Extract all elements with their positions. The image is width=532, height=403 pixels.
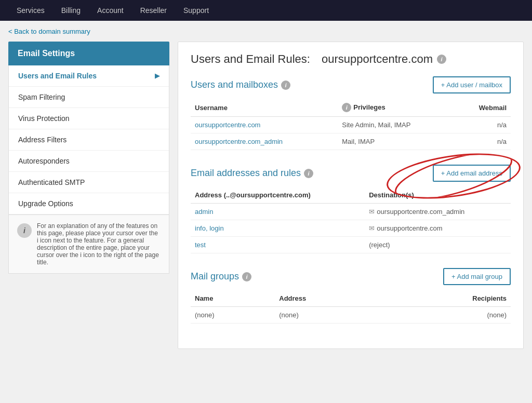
email-rules-section: Email addresses and rules i + Add email … — [191, 165, 511, 253]
info-icon: i — [17, 223, 32, 238]
col-username: Username — [191, 100, 338, 117]
user-link[interactable]: oursupportcentre.com — [195, 121, 260, 129]
user-webmail: n/a — [456, 133, 511, 150]
page-title-domain: oursupportcentre.com — [322, 52, 433, 66]
mail-groups-table: Name Address Recipients (none) (none) (n… — [191, 291, 511, 324]
sidebar-item-virus-protection[interactable]: Virus Protection — [9, 108, 169, 129]
users-mailboxes-title: Users and mailboxes i — [191, 79, 290, 90]
table-row: test (reject) — [191, 237, 511, 253]
mail-groups-title: Mail groups i — [191, 271, 251, 282]
col-privileges: iPrivileges — [338, 100, 456, 117]
nav-support[interactable]: Support — [175, 0, 217, 21]
page-title-prefix: Users and Email Rules: — [191, 52, 310, 66]
email-rules-header: Email addresses and rules i + Add email … — [191, 165, 511, 182]
mail-groups-info-icon[interactable]: i — [242, 272, 251, 281]
col-recipients: Recipients — [382, 291, 511, 307]
email-rule-destination: oursupportcentre.com_admin — [365, 204, 511, 220]
table-row: oursupportcentre.com Site Admin, Mail, I… — [191, 117, 511, 133]
sidebar-menu: Users and Email Rules ▶ Spam Filtering V… — [8, 65, 169, 215]
sidebar-item-label: Address Filters — [18, 136, 66, 144]
sidebar-info: i For an explanation of any of the featu… — [8, 215, 169, 274]
page-title: Users and Email Rules: oursupportcentre.… — [191, 52, 511, 66]
sidebar-item-upgrade-options[interactable]: Upgrade Options — [9, 193, 169, 214]
email-rules-table: Address (..@oursupportcentre.com) Destin… — [191, 188, 511, 253]
user-privileges: Site Admin, Mail, IMAP — [338, 117, 456, 133]
sidebar-item-label: Spam Filtering — [18, 93, 65, 101]
sidebar-title: Email Settings — [8, 42, 169, 65]
mail-icon: oursupportcentre.com — [369, 224, 442, 232]
sidebar-item-label: Authenticated SMTP — [18, 178, 85, 186]
table-row: admin oursupportcentre.com_admin — [191, 204, 511, 220]
email-rule-link[interactable]: info, login — [195, 224, 224, 232]
group-name: (none) — [191, 307, 275, 324]
sidebar-item-label: Autoresponders — [18, 157, 70, 165]
sidebar-item-label: Upgrade Options — [18, 199, 73, 208]
email-rules-title: Email addresses and rules i — [191, 168, 313, 179]
nav-services[interactable]: Services — [8, 0, 53, 21]
email-rule-link[interactable]: test — [195, 241, 206, 249]
nav-reseller[interactable]: Reseller — [132, 0, 175, 21]
user-privileges: Mail, IMAP — [338, 133, 456, 150]
email-rule-destination: (reject) — [365, 237, 511, 253]
table-row: info, login oursupportcentre.com — [191, 220, 511, 237]
sidebar-item-label: Users and Email Rules — [18, 72, 97, 80]
table-row: (none) (none) (none) — [191, 307, 511, 324]
group-address: (none) — [275, 307, 382, 324]
col-webmail: Webmail — [456, 100, 511, 117]
privileges-info-icon[interactable]: i — [342, 103, 351, 112]
sidebar-item-address-filters[interactable]: Address Filters — [9, 129, 169, 151]
sidebar-item-spam-filtering[interactable]: Spam Filtering — [9, 87, 169, 108]
user-webmail: n/a — [456, 117, 511, 133]
add-email-wrapper: + Add email address — [433, 165, 511, 182]
mail-groups-section: Mail groups i + Add mail group Name Addr… — [191, 268, 511, 324]
page-title-info-icon[interactable]: i — [437, 55, 446, 64]
mail-groups-header: Mail groups i + Add mail group — [191, 268, 511, 285]
col-destination: Destination(s) — [365, 188, 511, 204]
nav-billing[interactable]: Billing — [53, 0, 89, 21]
top-navigation: Services Billing Account Reseller Suppor… — [0, 0, 532, 21]
arrow-icon: ▶ — [155, 72, 159, 79]
table-row: oursupportcentre.com_admin Mail, IMAP n/… — [191, 133, 511, 150]
sidebar: Email Settings Users and Email Rules ▶ S… — [8, 42, 169, 274]
email-rules-info-icon[interactable]: i — [304, 169, 313, 178]
back-link[interactable]: < Back to domain summary — [8, 28, 90, 35]
col-address: Address (..@oursupportcentre.com) — [191, 188, 365, 204]
sidebar-item-authenticated-smtp[interactable]: Authenticated SMTP — [9, 172, 169, 193]
add-email-address-button[interactable]: + Add email address — [433, 165, 511, 182]
users-mailboxes-section: Users and mailboxes i + Add user / mailb… — [191, 76, 511, 150]
add-user-mailbox-button[interactable]: + Add user / mailbox — [433, 76, 511, 93]
sidebar-info-text: For an explanation of any of the feature… — [37, 222, 161, 266]
users-mailboxes-info-icon[interactable]: i — [281, 80, 290, 90]
col-name: Name — [191, 291, 275, 307]
users-mailboxes-table: Username iPrivileges Webmail oursupportc… — [191, 100, 511, 150]
user-link[interactable]: oursupportcentre.com_admin — [195, 138, 283, 145]
col-address: Address — [275, 291, 382, 307]
users-mailboxes-header: Users and mailboxes i + Add user / mailb… — [191, 76, 511, 93]
mail-icon: oursupportcentre.com_admin — [369, 208, 464, 216]
sidebar-item-label: Virus Protection — [18, 114, 70, 123]
main-content: Users and Email Rules: oursupportcentre.… — [178, 42, 524, 349]
add-mail-group-button[interactable]: + Add mail group — [443, 268, 511, 285]
group-recipients: (none) — [382, 307, 511, 324]
email-rule-destination: oursupportcentre.com — [365, 220, 511, 237]
sidebar-item-users-email-rules[interactable]: Users and Email Rules ▶ — [9, 65, 169, 87]
email-rule-link[interactable]: admin — [195, 208, 213, 216]
sidebar-item-autoresponders[interactable]: Autoresponders — [9, 151, 169, 172]
nav-account[interactable]: Account — [89, 0, 132, 21]
